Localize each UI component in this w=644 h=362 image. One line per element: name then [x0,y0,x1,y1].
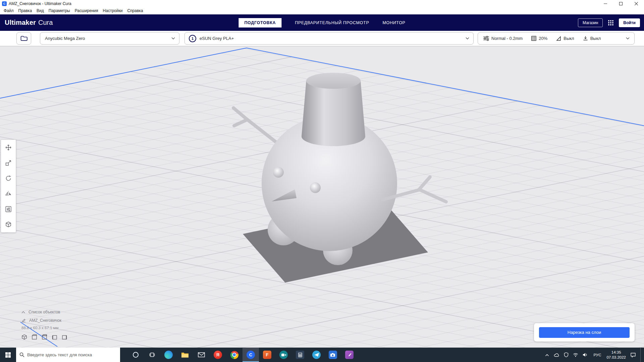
menubar: Файл Правка Вид Параметры Расширения Нас… [0,7,644,14]
calculator-icon [296,351,304,359]
f-app-button[interactable]: F [259,348,275,362]
profile-sliders-icon [483,36,489,41]
onedrive-cloud-icon[interactable] [554,353,559,357]
menu-view[interactable]: Вид [34,8,46,13]
configuration-bar: Anycubic Mega Zero 1 eSUN Grey PLA+ Norm… [0,31,644,46]
print-settings-selector[interactable]: Normal - 0.2mm 20% Выкл Выкл [478,32,635,45]
per-model-settings-tool-button[interactable] [1,201,16,217]
brand-logo: Ultimaker Cura [5,14,53,31]
chrome-button[interactable] [226,348,243,362]
marketplace-button[interactable]: Магазин [578,18,603,27]
menu-help[interactable]: Справка [125,8,145,13]
camera-icon [329,351,337,359]
cortana-icon [133,352,139,358]
language-indicator[interactable]: РУС [592,353,602,357]
edge-button[interactable] [160,348,177,362]
printer-selector[interactable]: Anycubic Mega Zero [40,32,179,45]
search-input[interactable] [27,352,117,357]
tab-prepare[interactable]: ПОДГОТОВКА [238,18,281,27]
header-actions: Магазин Войти [578,14,640,31]
signin-button[interactable]: Войти [619,18,640,27]
tool-palette [1,139,16,233]
menu-edit[interactable]: Правка [16,8,35,13]
graphics-app-button[interactable] [341,348,358,362]
volume-icon[interactable] [583,353,588,357]
viewport-3d[interactable]: Список объектов AMZ_Снеговичок 88.8 x 60… [0,46,644,348]
move-tool-button[interactable] [1,140,16,155]
material-selector[interactable]: 1 eSUN Grey PLA+ [184,32,474,45]
action-center-button[interactable] [630,352,636,358]
snowman-hat-top [306,73,361,89]
view-left-button[interactable] [52,334,57,340]
cura-taskbar-button[interactable]: C [243,348,259,362]
mail-button[interactable] [193,348,210,362]
chevron-up-icon [21,311,25,313]
task-view-button[interactable] [144,348,160,362]
clock[interactable]: 14:35 07.03.2022 [606,350,626,360]
video-app-button[interactable] [275,348,292,362]
adhesion-icon [583,36,588,41]
slice-button[interactable]: Нарезка на слои [539,327,630,338]
clock-date: 07.03.2022 [606,355,626,360]
camera-button[interactable] [325,348,341,362]
tab-monitor[interactable]: МОНИТОР [382,20,405,25]
telegram-icon [312,351,321,359]
slice-panel: Нарезка на слои [534,323,635,342]
rotate-tool-button[interactable] [1,171,16,186]
adhesion-value: Выкл [590,36,601,41]
object-list-title: Список объектов [29,310,60,314]
tab-preview[interactable]: ПРЕДВАРИТЕЛЬНЫЙ ПРОСМОТР [295,20,369,25]
open-file-button[interactable] [16,32,31,45]
printer-name: Anycubic Mega Zero [45,36,85,41]
maximize-button[interactable] [613,0,629,7]
network-icon[interactable] [573,353,578,357]
cortana-button[interactable] [127,348,144,362]
object-list-header[interactable]: Список объектов [21,310,67,314]
close-icon [635,2,638,5]
view-front-button[interactable] [32,334,37,340]
view-top-button[interactable] [42,334,47,340]
chevron-down-icon [466,37,469,40]
tray-expand-button[interactable] [545,353,549,357]
windows-logo-icon [5,352,11,358]
material-name: eSUN Grey PLA+ [200,36,234,41]
maximize-icon [619,2,623,5]
minimize-button[interactable] [598,0,613,7]
mirror-icon [5,190,12,197]
close-button[interactable] [629,0,644,7]
menu-extensions[interactable]: Расширения [72,8,101,13]
show-desktop-button[interactable] [640,348,642,362]
object-list-item[interactable]: AMZ_Снеговичок [21,318,67,323]
file-explorer-button[interactable] [177,348,193,362]
telegram-button[interactable] [308,348,325,362]
view-right-button[interactable] [62,334,67,340]
window-titlebar: C AMZ_Снеговичок - Ultimaker Cura [0,0,644,7]
cura-application-window: C AMZ_Снеговичок - Ultimaker Cura Файл П… [0,0,644,362]
mirror-tool-button[interactable] [1,186,16,201]
window-title: AMZ_Снеговичок - Ultimaker Cura [9,1,71,6]
infill-icon [531,36,536,41]
edge-icon [164,351,173,359]
snowman-right-eye [310,182,321,193]
rotate-icon [5,175,12,182]
menu-file[interactable]: Файл [1,8,16,13]
scale-icon [5,160,12,166]
system-tray: РУС 14:35 07.03.2022 [545,348,644,362]
scale-tool-button[interactable] [1,155,16,171]
minimize-icon [604,2,607,5]
menu-preferences[interactable]: Настройки [101,8,125,13]
support-blocker-tool-button[interactable] [1,217,16,232]
defender-shield-icon[interactable] [564,352,569,357]
calculator-button[interactable] [292,348,308,362]
file-explorer-icon [181,352,189,358]
view-3d-button[interactable] [21,334,27,340]
menu-settings[interactable]: Параметры [46,8,72,13]
extruder-badge: 1 [189,35,196,42]
yandex-browser-button[interactable]: Я [210,348,226,362]
move-icon [5,144,12,151]
profile-label: Normal - 0.2mm [491,36,523,41]
brand-primary: Ultimaker [5,19,36,26]
apps-grid-icon[interactable] [608,20,613,25]
start-button[interactable] [0,348,16,362]
taskbar-search[interactable] [16,348,120,362]
